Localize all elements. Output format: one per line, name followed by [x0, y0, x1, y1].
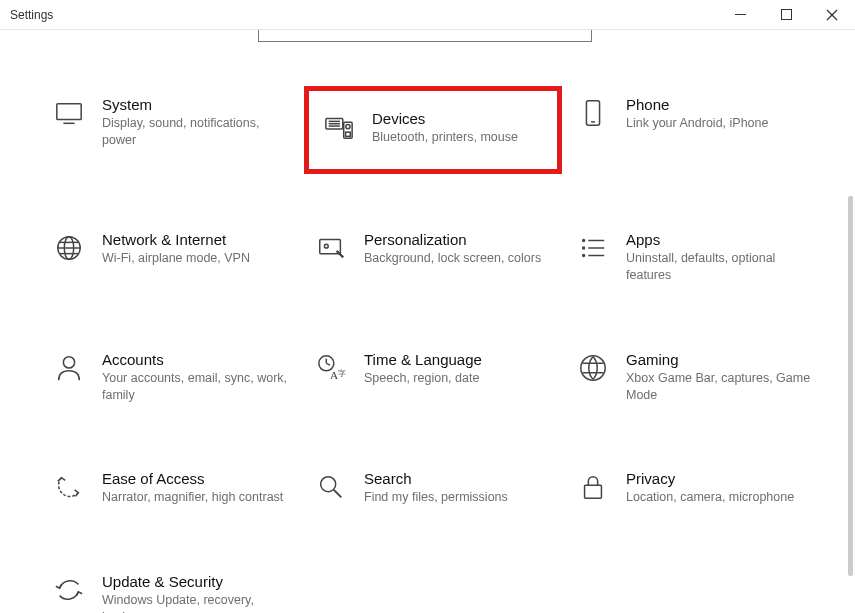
update-icon — [52, 573, 86, 607]
tile-network[interactable]: Network & Internet Wi-Fi, airplane mode,… — [46, 225, 296, 290]
time-language-icon: A 字 — [314, 351, 348, 385]
tile-title: Ease of Access — [102, 470, 290, 487]
tile-desc: Xbox Game Bar, captures, Game Mode — [626, 370, 814, 404]
minimize-button[interactable] — [717, 0, 763, 30]
settings-content: System Display, sound, notifications, po… — [0, 90, 855, 613]
tile-personalization[interactable]: Personalization Background, lock screen,… — [308, 225, 558, 290]
tile-title: Phone — [626, 96, 814, 113]
tile-search[interactable]: Search Find my files, permissions — [308, 464, 558, 512]
paintbrush-icon — [314, 231, 348, 265]
tile-title: Apps — [626, 231, 814, 248]
tile-desc: Find my files, permissions — [364, 489, 552, 506]
tile-gaming[interactable]: Gaming Xbox Game Bar, captures, Game Mod… — [570, 345, 820, 410]
tile-desc: Location, camera, microphone — [626, 489, 814, 506]
svg-point-35 — [321, 477, 336, 492]
search-input[interactable] — [258, 30, 592, 42]
settings-grid: System Display, sound, notifications, po… — [46, 90, 809, 613]
svg-point-26 — [583, 254, 585, 256]
svg-point-28 — [63, 356, 74, 367]
tile-privacy[interactable]: Privacy Location, camera, microphone — [570, 464, 820, 512]
tile-desc: Windows Update, recovery, backup — [102, 592, 290, 613]
svg-point-21 — [324, 244, 328, 248]
apps-icon — [576, 231, 610, 265]
tile-title: Accounts — [102, 351, 290, 368]
svg-text:字: 字 — [338, 368, 346, 378]
tile-desc: Narrator, magnifier, high contrast — [102, 489, 290, 506]
lock-icon — [576, 470, 610, 504]
tile-title: Time & Language — [364, 351, 552, 368]
tile-ease-of-access[interactable]: Ease of Access Narrator, magnifier, high… — [46, 464, 296, 512]
search-icon — [314, 470, 348, 504]
tile-title: Update & Security — [102, 573, 290, 590]
svg-line-36 — [334, 490, 342, 498]
svg-point-34 — [581, 355, 605, 379]
tile-accounts[interactable]: Accounts Your accounts, email, sync, wor… — [46, 345, 296, 410]
tile-title: Personalization — [364, 231, 552, 248]
tile-title: Privacy — [626, 470, 814, 487]
svg-point-11 — [346, 124, 350, 128]
tile-desc: Display, sound, notifications, power — [102, 115, 290, 149]
globe-icon — [52, 231, 86, 265]
system-icon — [52, 96, 86, 130]
close-button[interactable] — [809, 0, 855, 30]
tile-desc: Wi-Fi, airplane mode, VPN — [102, 250, 290, 267]
tile-desc: Link your Android, iPhone — [626, 115, 814, 132]
tile-desc: Bluetooth, printers, mouse — [372, 129, 552, 146]
tile-desc: Uninstall, defaults, optional features — [626, 250, 814, 284]
tile-desc: Your accounts, email, sync, work, family — [102, 370, 290, 404]
phone-icon — [576, 96, 610, 130]
tile-desc: Background, lock screen, colors — [364, 250, 552, 267]
svg-rect-12 — [346, 132, 351, 136]
tile-desc: Speech, region, date — [364, 370, 552, 387]
person-icon — [52, 351, 86, 385]
tile-title: Gaming — [626, 351, 814, 368]
tile-apps[interactable]: Apps Uninstall, defaults, optional featu… — [570, 225, 820, 290]
tile-title: Search — [364, 470, 552, 487]
tile-phone[interactable]: Phone Link your Android, iPhone — [570, 90, 820, 170]
svg-rect-37 — [585, 486, 602, 499]
tile-title: System — [102, 96, 290, 113]
svg-point-22 — [583, 239, 585, 241]
tile-devices[interactable]: Devices Bluetooth, printers, mouse — [308, 90, 558, 170]
ease-of-access-icon — [52, 470, 86, 504]
maximize-button[interactable] — [763, 0, 809, 30]
tile-update-security[interactable]: Update & Security Windows Update, recove… — [46, 567, 296, 613]
svg-point-24 — [583, 247, 585, 249]
svg-line-31 — [326, 363, 330, 365]
window-controls — [717, 0, 855, 30]
tile-title: Devices — [372, 110, 552, 127]
tile-title: Network & Internet — [102, 231, 290, 248]
window-title: Settings — [10, 8, 53, 22]
scrollbar[interactable] — [848, 196, 853, 576]
devices-icon — [322, 110, 356, 144]
svg-rect-4 — [57, 104, 81, 120]
tile-time-language[interactable]: A 字 Time & Language Speech, region, date — [308, 345, 558, 410]
tile-system[interactable]: System Display, sound, notifications, po… — [46, 90, 296, 170]
titlebar: Settings — [0, 0, 855, 30]
svg-rect-1 — [781, 10, 791, 20]
gaming-icon — [576, 351, 610, 385]
